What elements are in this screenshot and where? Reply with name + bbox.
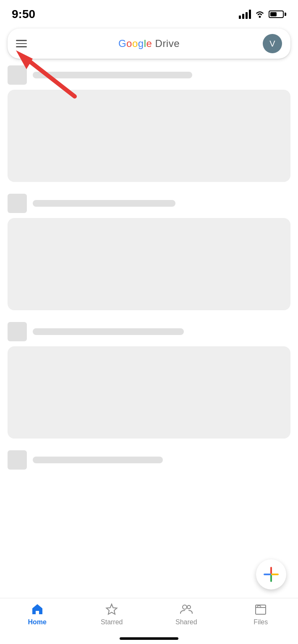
nav-home-label: Home: [28, 618, 47, 626]
svg-rect-7: [257, 606, 261, 608]
home-icon: [31, 602, 44, 616]
status-time: 9:50: [12, 8, 35, 21]
skeleton-thumbnail: [8, 194, 27, 213]
home-indicator: [120, 637, 178, 640]
skeleton-line: [33, 457, 163, 463]
nav-item-shared[interactable]: Shared: [149, 602, 224, 626]
avatar[interactable]: V: [263, 34, 282, 53]
content-area: [0, 65, 298, 470]
svg-point-4: [183, 605, 187, 609]
wifi-icon: [254, 10, 265, 18]
plus-icon: [264, 567, 279, 582]
skeleton-item: [8, 65, 290, 182]
nav-files-label: Files: [254, 618, 268, 626]
battery-icon: [269, 10, 286, 18]
search-bar[interactable]: Google Drive V: [8, 29, 290, 59]
skeleton-line: [33, 328, 184, 335]
skeleton-thumbnail: [8, 322, 27, 341]
nav-starred-label: Starred: [101, 618, 123, 626]
app-title: Google Drive: [35, 38, 263, 49]
skeleton-card: [8, 218, 290, 310]
signal-bars-icon: [239, 10, 251, 19]
skeleton-line: [33, 72, 192, 78]
starred-icon: [105, 602, 118, 616]
menu-icon[interactable]: [16, 40, 27, 47]
files-icon: [254, 602, 267, 616]
svg-point-5: [187, 605, 191, 609]
skeleton-item: [8, 450, 290, 470]
fab-new-button[interactable]: [256, 559, 286, 589]
skeleton-line: [33, 200, 175, 207]
nav-item-files[interactable]: Files: [224, 602, 298, 626]
skeleton-item: [8, 194, 290, 310]
skeleton-card: [8, 90, 290, 182]
status-bar: 9:50: [0, 0, 298, 25]
nav-shared-label: Shared: [175, 618, 197, 626]
skeleton-thumbnail: [8, 450, 27, 470]
svg-point-0: [259, 16, 261, 18]
nav-item-home[interactable]: Home: [0, 602, 75, 626]
skeleton-card: [8, 346, 290, 439]
skeleton-item: [8, 322, 290, 439]
status-icons: [239, 10, 286, 19]
nav-item-starred[interactable]: Starred: [75, 602, 149, 626]
skeleton-thumbnail: [8, 65, 27, 85]
shared-icon: [180, 602, 193, 616]
